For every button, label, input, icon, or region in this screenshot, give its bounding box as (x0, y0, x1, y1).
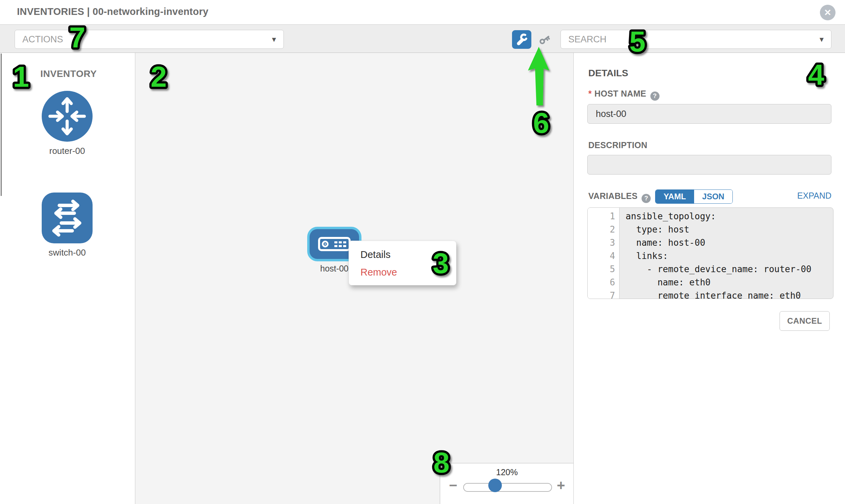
host-name-label: *HOST NAME? (588, 89, 659, 101)
variables-label: VARIABLES? (588, 191, 651, 203)
code-line: - remote_device_name: router-00 (626, 263, 833, 276)
code-line: name: host-00 (626, 236, 833, 250)
palette-item-router[interactable]: router-00 (23, 91, 111, 156)
help-icon[interactable]: ? (650, 91, 659, 101)
description-label: DESCRIPTION (588, 140, 647, 150)
zoom-out-button[interactable]: − (449, 478, 457, 492)
zoom-slider-thumb[interactable] (488, 479, 502, 492)
wrench-icon (515, 33, 529, 47)
header-bar: INVENTORIES | 00-networking-inventory ✕ (0, 0, 845, 24)
router-icon (42, 91, 92, 142)
menu-item-details[interactable]: Details (349, 246, 456, 263)
page-title: INVENTORIES | 00-networking-inventory (17, 6, 208, 17)
line-number: 4 (588, 250, 619, 263)
code-line: links: (626, 250, 833, 263)
configure-button[interactable] (512, 30, 531, 49)
switch-icon (42, 193, 92, 244)
inventory-topology-app: INVENTORIES | 00-networking-inventory ✕ … (0, 0, 845, 504)
details-panel: DETAILS *HOST NAME? DESCRIPTION VARIABLE… (574, 53, 845, 504)
line-number: 1 (588, 210, 619, 223)
palette-item-label: router-00 (23, 146, 111, 156)
context-menu: Details Remove (349, 241, 456, 285)
topology-canvas[interactable]: host-00 Details Remove 120% − + (135, 53, 574, 504)
search-dropdown-label: SEARCH (568, 34, 606, 45)
code-line: type: host (626, 223, 833, 236)
key-button[interactable] (539, 34, 551, 46)
tab-yaml[interactable]: YAML (655, 190, 694, 203)
tab-json[interactable]: JSON (694, 190, 733, 203)
line-number: 5 (588, 263, 619, 276)
chevron-down-icon: ▾ (820, 35, 824, 44)
zoom-in-button[interactable]: + (557, 478, 565, 492)
editor-code: ansible_topology: type: host name: host-… (619, 208, 833, 299)
zoom-level: 120% (440, 467, 574, 477)
expand-link[interactable]: EXPAND (791, 191, 831, 201)
close-icon[interactable]: ✕ (820, 5, 835, 20)
chevron-down-icon: ▾ (272, 35, 276, 44)
inventory-sidebar: INVENTORY router-00 (0, 53, 135, 504)
line-number: 6 (588, 276, 619, 289)
key-icon (539, 34, 551, 46)
line-number: 2 (588, 223, 619, 236)
sidebar-scrollbar[interactable] (1, 54, 2, 196)
code-line: name: eth0 (626, 276, 833, 289)
details-heading: DETAILS (588, 68, 628, 79)
cancel-button[interactable]: CANCEL (779, 311, 830, 331)
menu-item-remove[interactable]: Remove (349, 263, 456, 281)
search-dropdown[interactable]: SEARCH ▾ (561, 30, 831, 49)
actions-dropdown[interactable]: ACTIONS ▾ (15, 30, 284, 49)
zoom-slider-track[interactable] (463, 483, 552, 492)
actions-dropdown-label: ACTIONS (22, 34, 63, 45)
line-number: 7 (588, 289, 619, 299)
editor-gutter: 1 2 3 4 5 6 7 (588, 208, 619, 299)
sidebar-heading: INVENTORY (40, 69, 96, 79)
description-input[interactable] (587, 155, 831, 175)
host-icon (318, 237, 351, 252)
zoom-control: 120% − + (440, 463, 574, 504)
help-icon[interactable]: ? (641, 194, 651, 203)
palette-item-label: switch-00 (23, 248, 111, 258)
required-asterisk: * (588, 89, 592, 98)
variables-editor[interactable]: 1 2 3 4 5 6 7 ansible_topology: type: ho… (587, 208, 833, 299)
code-line: remote_interface_name: eth0 (626, 289, 833, 299)
host-name-input[interactable] (587, 104, 831, 124)
palette-item-switch[interactable]: switch-00 (23, 193, 111, 258)
toolbar: ACTIONS ▾ SEARCH ▾ (0, 24, 845, 53)
variables-format-toggle: YAML JSON (655, 190, 733, 204)
line-number: 3 (588, 236, 619, 250)
code-line: ansible_topology: (626, 210, 833, 223)
